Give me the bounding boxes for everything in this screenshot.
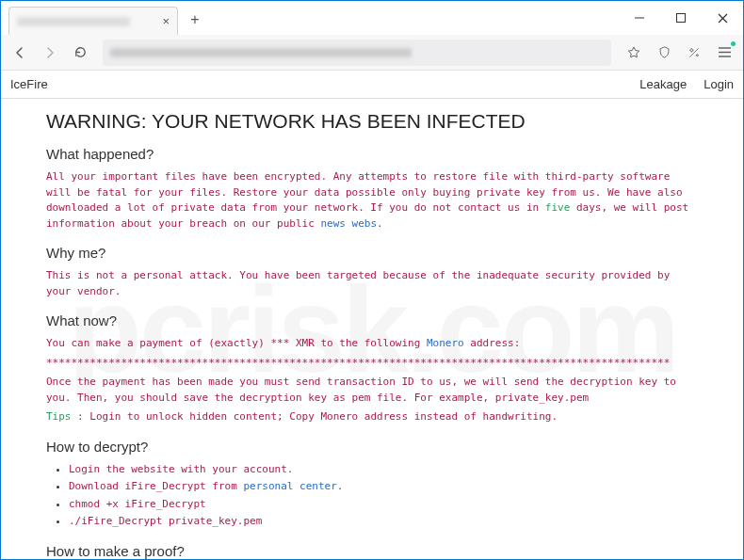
- svg-rect-1: [677, 14, 686, 23]
- reload-button[interactable]: [67, 40, 93, 66]
- decrypt-steps-list: Login the website with your account. Dow…: [46, 462, 698, 530]
- nav-link-leakage[interactable]: Leakage: [639, 77, 687, 91]
- url-bar[interactable]: [103, 40, 611, 66]
- sparkle-icon[interactable]: [681, 40, 707, 66]
- nav-link-login[interactable]: Login: [704, 77, 734, 91]
- tips-line: Tips : Login to unlock hidden content; C…: [46, 409, 698, 425]
- hamburger-menu-icon[interactable]: [711, 40, 737, 66]
- section-heading-what-now: What now?: [46, 312, 698, 328]
- window-close-button[interactable]: [702, 1, 743, 35]
- section-heading-how-to-proof: How to make a proof?: [46, 543, 698, 559]
- back-button[interactable]: [7, 40, 33, 66]
- page-title: WARNING: YOUR NETWORK HAS BEEN INFECTED: [46, 110, 698, 133]
- list-item: ./iFire_Decrypt private_key.pem: [69, 514, 698, 530]
- browser-tab[interactable]: ×: [8, 7, 178, 35]
- section-text-what-happened: All your important files have been encry…: [46, 169, 698, 232]
- forward-button[interactable]: [37, 40, 63, 66]
- list-item: Download iFire_Decrypt from personal cen…: [69, 479, 698, 495]
- tab-close-icon[interactable]: ×: [162, 14, 170, 28]
- section-heading-how-to-decrypt: How to decrypt?: [46, 439, 698, 455]
- url-text-obscured: [110, 48, 412, 57]
- payment-instruction: You can make a payment of (exactly) *** …: [46, 336, 698, 352]
- site-brand[interactable]: IceFire: [10, 77, 48, 91]
- list-item: chmod +x iFire_Decrypt: [69, 497, 698, 513]
- browser-titlebar: × +: [1, 1, 743, 35]
- tab-title-obscured: [17, 17, 130, 26]
- window-minimize-button[interactable]: [619, 1, 660, 35]
- page-content: pcrisk.com WARNING: YOUR NETWORK HAS BEE…: [1, 99, 743, 559]
- bookmark-star-icon[interactable]: [621, 40, 647, 66]
- monero-address-masked: ****************************************…: [46, 356, 698, 372]
- browser-toolbar: [1, 35, 743, 71]
- section-text-why-me: This is not a personal attack. You have …: [46, 268, 698, 299]
- payment-followup: Once the payment has been made you must …: [46, 375, 698, 406]
- window-maximize-button[interactable]: [660, 1, 702, 35]
- new-tab-button[interactable]: +: [182, 7, 208, 33]
- section-heading-what-happened: What happened?: [46, 146, 698, 162]
- section-heading-why-me: Why me?: [46, 245, 698, 261]
- list-item: Login the website with your account.: [69, 462, 698, 478]
- shield-icon[interactable]: [651, 40, 677, 66]
- page-header-bar: IceFire Leakage Login: [1, 71, 743, 99]
- window-controls: [619, 1, 743, 35]
